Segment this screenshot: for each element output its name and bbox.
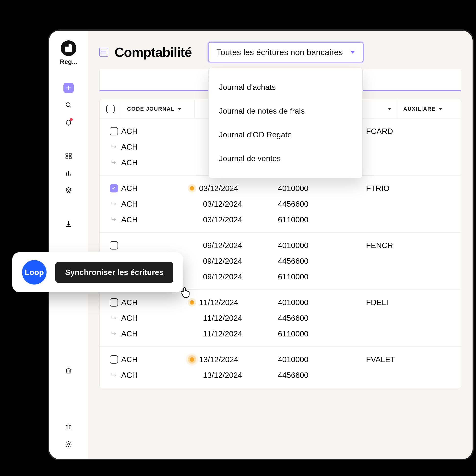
- app-window: Reg...: [48, 29, 474, 460]
- sort-caret-icon: [439, 108, 442, 110]
- page-header: Comptabilité Toutes les écritures non ba…: [88, 31, 473, 69]
- dropdown-option[interactable]: Journal de ventes: [209, 147, 362, 170]
- status-dot-icon: [190, 300, 194, 305]
- svg-rect-3: [66, 157, 68, 159]
- row-checkbox[interactable]: [110, 127, 118, 136]
- search-icon[interactable]: [63, 100, 74, 110]
- cell-date: 09/12/2024: [190, 257, 278, 266]
- dropdown-option[interactable]: Journal d'OD Regate: [209, 123, 362, 147]
- cell-auxiliare: FVALET: [351, 355, 395, 364]
- sidebar: Reg...: [49, 31, 88, 459]
- cell-code-journal: ACH: [121, 298, 190, 307]
- cell-date: 03/12/2024: [190, 184, 278, 193]
- sub-row-arrow-icon: [110, 330, 117, 337]
- cell-code-journal: ACH: [121, 314, 190, 323]
- sub-row-arrow-icon: [110, 216, 117, 223]
- notification-dot: [70, 118, 73, 121]
- sub-row-arrow-icon: [110, 201, 117, 207]
- row-checkbox[interactable]: [110, 298, 118, 306]
- table-group: ACH11/12/20244010000FDELIACH11/12/202444…: [100, 290, 461, 347]
- cell-account: 4456600: [278, 257, 351, 266]
- cell-account: 4010000: [278, 355, 351, 364]
- status-dot-icon: [190, 357, 194, 362]
- cell-date: 11/12/2024: [190, 314, 278, 323]
- table-row[interactable]: ACH11/12/20244010000FDELI: [100, 295, 461, 310]
- table-group: ACH03/12/20244010000FTRIOACH03/12/202444…: [100, 176, 461, 233]
- table-row[interactable]: 09/12/20244010000FENCR: [100, 238, 461, 253]
- download-icon[interactable]: [63, 219, 74, 229]
- cell-account: 4010000: [278, 241, 351, 250]
- dashboard-icon[interactable]: [63, 151, 74, 161]
- app-logo[interactable]: [61, 40, 76, 56]
- cell-date: 13/12/2024: [190, 355, 278, 364]
- svg-rect-2: [69, 153, 71, 155]
- svg-point-5: [68, 443, 69, 445]
- sub-row-arrow-icon: [110, 159, 117, 166]
- cell-code-journal: ACH: [121, 127, 190, 136]
- column-auxiliare[interactable]: AUXILIARE: [397, 99, 461, 118]
- cell-date: 11/12/2024: [190, 298, 278, 307]
- row-checkbox[interactable]: [110, 355, 118, 364]
- sync-popover: Loop Synchroniser les écritures: [12, 252, 183, 292]
- sort-caret-icon: [387, 108, 391, 110]
- comptabilite-icon: [99, 48, 108, 57]
- page-title: Comptabilité: [115, 45, 192, 60]
- status-dot-icon: [190, 186, 194, 190]
- cell-auxiliare: FTRIO: [351, 184, 390, 193]
- cell-code-journal: ACH: [121, 158, 190, 167]
- cell-date: 09/12/2024: [190, 241, 278, 250]
- table-row[interactable]: ACH13/12/20244456600: [100, 367, 461, 383]
- settings-icon[interactable]: [63, 439, 74, 449]
- sort-caret-icon: [178, 108, 181, 110]
- notifications-icon[interactable]: [63, 117, 74, 127]
- svg-rect-4: [69, 157, 71, 159]
- cell-account: 4010000: [278, 184, 351, 193]
- table-row[interactable]: ACH03/12/20244456600: [100, 196, 461, 212]
- chevron-down-icon: [350, 51, 355, 54]
- buildings-icon[interactable]: [63, 422, 74, 432]
- cursor-hand-icon: [179, 286, 192, 299]
- table-row[interactable]: ACH11/12/20244456600: [100, 310, 461, 326]
- cell-code-journal: ACH: [121, 184, 190, 193]
- cell-date: 03/12/2024: [190, 200, 278, 209]
- table-row[interactable]: ACH13/12/20244010000FVALET: [100, 352, 461, 367]
- row-checkbox[interactable]: [110, 184, 118, 192]
- sub-row-arrow-icon: [110, 372, 117, 378]
- cell-date: 11/12/2024: [190, 329, 278, 338]
- cell-date: 13/12/2024: [190, 371, 278, 380]
- sync-button[interactable]: Synchroniser les écritures: [55, 262, 173, 283]
- sub-row-arrow-icon: [110, 315, 117, 322]
- filter-dropdown-menu: Journal d'achats Journal de notes de fra…: [208, 68, 363, 178]
- table-row[interactable]: ACH03/12/20244010000FTRIO: [100, 180, 461, 196]
- table-row[interactable]: ACH11/12/20246110000: [100, 326, 461, 341]
- cell-account: 6110000: [278, 215, 351, 224]
- analytics-icon[interactable]: [63, 168, 74, 178]
- cell-date: 03/12/2024: [190, 215, 278, 224]
- sub-row-arrow-icon: [110, 143, 117, 150]
- app-logo-label: Reg...: [60, 58, 77, 66]
- cell-auxiliare: FDELI: [351, 298, 388, 307]
- table-row[interactable]: ACH03/12/20246110000: [100, 212, 461, 227]
- svg-point-0: [66, 102, 70, 106]
- dropdown-option[interactable]: Journal d'achats: [209, 75, 362, 99]
- dropdown-option[interactable]: Journal de notes de frais: [209, 99, 362, 123]
- cell-code-journal: ACH: [121, 371, 190, 380]
- filter-dropdown[interactable]: Toutes les écritures non bancaires: [208, 42, 364, 62]
- table-group: ACH13/12/20244010000FVALETACH13/12/20244…: [100, 347, 461, 388]
- layers-icon[interactable]: [63, 185, 74, 195]
- cell-account: 4456600: [278, 314, 351, 323]
- cell-account: 6110000: [278, 329, 351, 338]
- row-checkbox[interactable]: [110, 241, 118, 250]
- svg-rect-1: [66, 153, 68, 155]
- add-button[interactable]: [63, 83, 74, 93]
- loop-badge: Loop: [22, 260, 47, 285]
- cell-account: 4010000: [278, 298, 351, 307]
- cell-date: 09/12/2024: [190, 272, 278, 281]
- cell-code-journal: ACH: [121, 215, 190, 224]
- column-code-journal[interactable]: CODE JOURNAL: [121, 99, 195, 118]
- filter-dropdown-label: Toutes les écritures non bancaires: [217, 48, 343, 57]
- bank-icon[interactable]: [63, 366, 74, 376]
- cell-code-journal: ACH: [121, 355, 190, 364]
- cell-account: 4456600: [278, 200, 351, 209]
- select-all-checkbox[interactable]: [106, 105, 115, 113]
